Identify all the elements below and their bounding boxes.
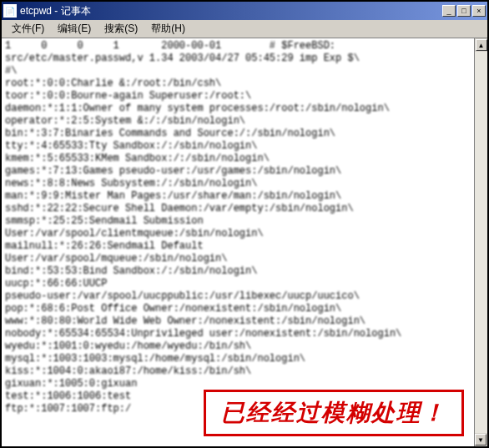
menu-search[interactable]: 搜索(S) (98, 20, 144, 38)
scroll-track[interactable] (475, 52, 487, 433)
menubar: 文件(F) 编辑(E) 搜索(S) 帮助(H) (2, 20, 487, 38)
menu-edit[interactable]: 编辑(E) (51, 20, 98, 38)
menu-help[interactable]: 帮助(H) (144, 20, 192, 38)
text-content: 1 0 0 1 2000-00-01 # $FreeBSD: src/etc/m… (2, 38, 487, 446)
minimize-button[interactable]: _ (442, 5, 456, 17)
blur-notice-overlay: 已经经过模糊处理！ (204, 390, 464, 436)
titlebar[interactable]: 📄 etcpwd - 记事本 _ □ × (2, 2, 487, 20)
scroll-down-button[interactable]: ▼ (475, 434, 486, 445)
menu-file[interactable]: 文件(F) (5, 20, 51, 38)
notepad-window: 📄 etcpwd - 记事本 _ □ × 文件(F) 编辑(E) 搜索(S) 帮… (0, 0, 489, 448)
window-controls: _ □ × (442, 5, 486, 17)
window-title: etcpwd - 记事本 (20, 4, 442, 18)
close-button[interactable]: × (472, 5, 486, 17)
app-icon: 📄 (3, 4, 17, 18)
maximize-button[interactable]: □ (457, 5, 471, 17)
text-area[interactable]: 1 0 0 1 2000-00-01 # $FreeBSD: src/etc/m… (2, 38, 487, 446)
vertical-scrollbar[interactable]: ▲ ▼ (474, 38, 487, 446)
scroll-up-button[interactable]: ▲ (476, 39, 487, 51)
